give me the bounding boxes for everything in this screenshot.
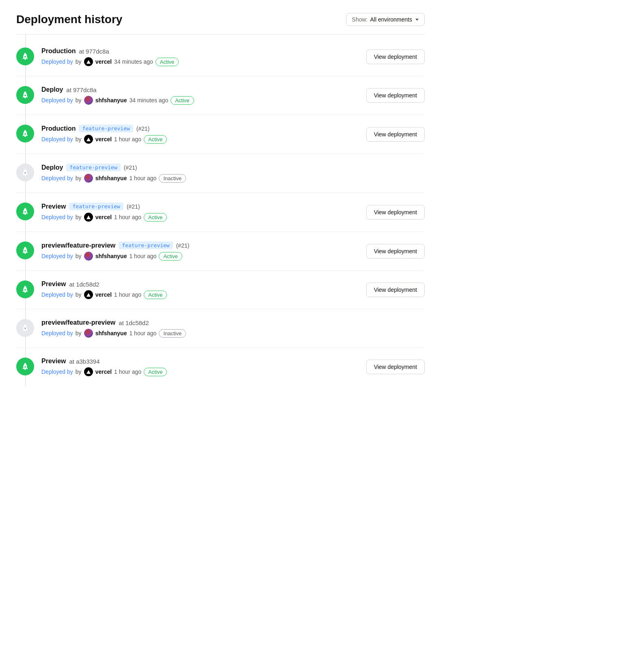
branch-tag: feature-preview — [69, 203, 123, 210]
deployment-meta-row: Deployed bybyvercel34 minutes agoActive — [41, 57, 366, 66]
deployer-by-text: by — [76, 291, 82, 298]
deployment-name-row: Productionfeature-preview(#21) — [41, 125, 366, 132]
deployment-item: Previewfeature-preview(#21)Deployed byby… — [16, 193, 425, 232]
deployer-name: vercel — [95, 291, 112, 298]
deployment-status-icon — [16, 358, 34, 375]
deployment-item: Previewat 1dc58d2Deployed bybyvercel1 ho… — [16, 271, 425, 309]
status-badge: Active — [144, 368, 167, 376]
deployed-label: Deployed by — [41, 253, 73, 259]
deployment-name-row: Previewat 1dc58d2 — [41, 280, 366, 288]
deployer-name: shfshanyue — [95, 253, 127, 259]
view-deployment-button[interactable]: View deployment — [366, 50, 425, 64]
deployer-avatar — [84, 57, 93, 66]
deployment-item: Productionfeature-preview(#21)Deployed b… — [16, 115, 425, 154]
deployment-meta-row: Deployed bybyshfshanyue1 hour agoActive — [41, 252, 366, 261]
deployment-environment: Production — [41, 47, 76, 55]
filter-show-label: Show: — [352, 16, 368, 23]
deployment-item: Productionat 977dc8aDeployed bybyvercel3… — [16, 38, 425, 76]
deployer-by-text: by — [76, 330, 82, 336]
svg-point-5 — [24, 250, 26, 252]
deployment-info: Previewfeature-preview(#21)Deployed byby… — [41, 203, 366, 222]
status-badge: Active — [156, 58, 179, 66]
deployment-time: 1 hour ago — [129, 330, 156, 336]
deployment-status-icon — [16, 241, 34, 259]
deployer-name: shfshanyue — [95, 175, 127, 181]
deployer-by-text: by — [76, 214, 82, 220]
deployment-status-icon — [16, 125, 34, 142]
deployment-time: 1 hour ago — [114, 369, 141, 375]
deployment-info: Deployfeature-preview(#21)Deployed bybys… — [41, 164, 368, 183]
branch-tag: feature-preview — [79, 125, 133, 132]
svg-point-2 — [24, 133, 26, 135]
deployment-timeline: Productionat 977dc8aDeployed bybyvercel3… — [16, 34, 425, 386]
deployment-name-row: preview/feature-previewat 1dc58d2 — [41, 319, 368, 326]
deployer-avatar — [84, 174, 93, 183]
deployment-status-icon — [16, 319, 34, 337]
status-badge: Active — [171, 96, 194, 105]
pr-reference: (#21) — [124, 164, 137, 171]
deployment-hash: at 977dc8a — [79, 48, 109, 55]
deployed-label: Deployed by — [41, 369, 73, 375]
view-deployment-button[interactable]: View deployment — [366, 244, 425, 259]
deployment-info: preview/feature-previewat 1dc58d2Deploye… — [41, 319, 368, 338]
deployment-meta-row: Deployed bybyvercel1 hour agoActive — [41, 213, 366, 222]
svg-point-8 — [24, 366, 26, 368]
deployer-name: shfshanyue — [95, 97, 127, 103]
deployer-by-text: by — [76, 253, 82, 259]
deployment-time: 1 hour ago — [114, 214, 141, 220]
view-deployment-button[interactable]: View deployment — [366, 127, 425, 142]
view-deployment-button[interactable]: View deployment — [366, 282, 425, 297]
deployment-time: 34 minutes ago — [114, 58, 153, 65]
deployed-label: Deployed by — [41, 291, 73, 298]
deployment-info: Deployat 977dc8aDeployed bybyshfshanyue3… — [41, 86, 366, 105]
deployed-label: Deployed by — [41, 175, 73, 181]
deployment-meta-row: Deployed bybyvercel1 hour agoActive — [41, 135, 366, 144]
deployment-info: Previewat 1dc58d2Deployed bybyvercel1 ho… — [41, 280, 366, 299]
deployment-info: Productionfeature-preview(#21)Deployed b… — [41, 125, 366, 144]
svg-point-4 — [24, 211, 26, 213]
deployment-name-row: Productionat 977dc8a — [41, 47, 366, 55]
pr-reference: (#21) — [136, 125, 150, 132]
deployment-time: 1 hour ago — [129, 175, 156, 181]
deployer-by-text: by — [76, 175, 82, 181]
status-badge: Active — [144, 291, 167, 299]
deployment-status-icon — [16, 203, 34, 220]
deployment-time: 1 hour ago — [114, 136, 141, 142]
view-deployment-button[interactable]: View deployment — [366, 205, 425, 220]
filter-value: All environments — [370, 16, 413, 23]
svg-point-0 — [24, 56, 26, 58]
deployment-name-row: preview/feature-previewfeature-preview(#… — [41, 241, 366, 249]
deployer-by-text: by — [76, 97, 82, 103]
deployer-avatar — [84, 367, 93, 376]
deployed-label: Deployed by — [41, 214, 73, 220]
deployment-environment: preview/feature-preview — [41, 319, 115, 326]
deployment-environment: Deploy — [41, 86, 63, 93]
status-badge: Active — [144, 213, 167, 222]
svg-point-1 — [24, 95, 26, 96]
status-badge: Active — [144, 135, 167, 144]
deployment-time: 1 hour ago — [114, 291, 141, 298]
deployment-item: Deployat 977dc8aDeployed bybyshfshanyue3… — [16, 76, 425, 115]
deployment-hash: at a3b3394 — [69, 358, 99, 365]
page-header: Deployment history Show: All environment… — [16, 13, 425, 26]
deployment-info: preview/feature-previewfeature-preview(#… — [41, 241, 366, 261]
environment-filter-button[interactable]: Show: All environments — [346, 13, 425, 26]
deployment-name-row: Deployfeature-preview(#21) — [41, 164, 368, 171]
deployment-name-row: Previewat a3b3394 — [41, 358, 366, 365]
view-deployment-button[interactable]: View deployment — [366, 360, 425, 374]
view-deployment-button[interactable]: View deployment — [366, 88, 425, 103]
deployed-label: Deployed by — [41, 97, 73, 103]
branch-tag: feature-preview — [119, 241, 173, 249]
deployment-environment: Deploy — [41, 164, 63, 171]
deployment-meta-row: Deployed bybyvercel1 hour agoActive — [41, 367, 366, 376]
deployment-status-icon — [16, 47, 34, 65]
svg-point-3 — [24, 172, 26, 174]
deployer-by-text: by — [76, 136, 82, 142]
deployment-time: 1 hour ago — [129, 253, 156, 259]
deployment-meta-row: Deployed bybyshfshanyue1 hour agoInactiv… — [41, 329, 368, 338]
deployment-item: preview/feature-previewfeature-preview(#… — [16, 232, 425, 271]
deployment-name-row: Previewfeature-preview(#21) — [41, 203, 366, 210]
svg-point-6 — [24, 289, 26, 291]
deployer-avatar — [84, 96, 93, 105]
deployment-meta-row: Deployed bybyvercel1 hour agoActive — [41, 290, 366, 299]
